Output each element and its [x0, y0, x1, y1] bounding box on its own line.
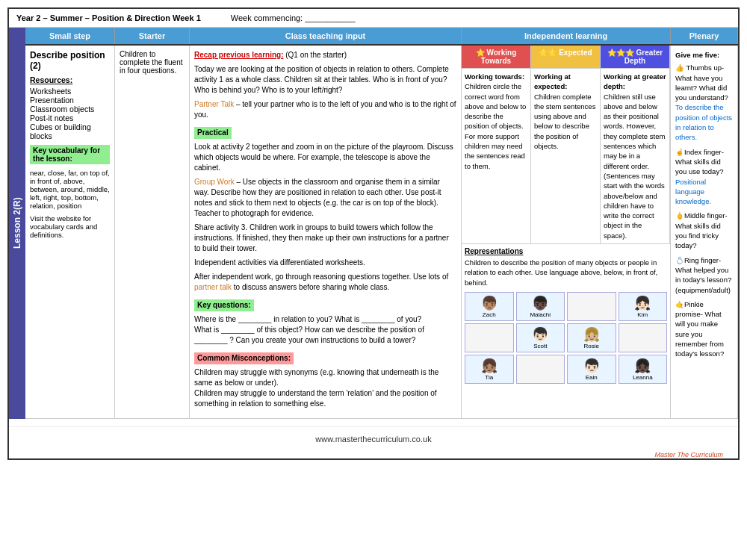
exp-text: Working at expected: — [534, 72, 571, 90]
group-work-para: Group Work – Use objects in the classroo… — [194, 177, 456, 219]
independent-cell: ⭐ Working Towards ⭐⭐ Expected ⭐⭐⭐ Greate… — [462, 46, 671, 418]
misc1: Children may struggle with synonyms (e.g… — [194, 368, 438, 387]
page-wrapper: Year 2 – Summer – Position & Direction W… — [0, 7, 747, 560]
avatar-empty3 — [619, 323, 668, 352]
plenary-cell: Give me five: 👍 Thumbs up- What have you… — [671, 46, 738, 418]
body-row: Describe position (2) Resources: Workshe… — [25, 46, 738, 419]
group-work-label: Group Work — [194, 178, 235, 186]
avatar-emoji-scott: 👦🏻 — [532, 326, 548, 343]
practical-label: Practical — [194, 127, 232, 139]
gd-body-text: Children still use above and below as th… — [604, 93, 665, 240]
representations-section: Representations Children to describe the… — [462, 244, 670, 387]
website-text: Visit the website for vocabulary cards a… — [30, 214, 110, 239]
practical-para: Practical Look at activity 2 together an… — [194, 124, 456, 173]
wt-label: Working Towards — [481, 49, 517, 65]
exp-header: ⭐⭐ Expected — [531, 46, 601, 69]
misconceptions-section: Common Misconceptions: Children may stru… — [194, 349, 456, 409]
column-headers: Small step Starter Class teaching input … — [25, 28, 738, 46]
footer-url: www.masterthecurriculum.co.uk — [315, 435, 431, 444]
col-header-teaching: Class teaching input — [190, 28, 462, 44]
independent-para: Independent activities via differentiate… — [194, 258, 456, 268]
plenary-highlight-text: To describe the position of objects in r… — [675, 103, 732, 141]
wt-stars: ⭐ — [476, 49, 485, 57]
recap-para: Recap previous learning: (Q1 on the star… — [194, 50, 456, 60]
avatar-scott: 👦🏻 Scott — [516, 323, 565, 352]
representations-text: Children to describe the position of man… — [465, 258, 667, 287]
avatar-name-eain: Eain — [586, 374, 598, 381]
key-q2: What is ________ of this object? How can… — [194, 326, 424, 344]
starter-text: Children to complete the fluent in four … — [120, 50, 185, 75]
avatar-eain: 👦🏻 Eain — [567, 355, 616, 384]
indep-bodies: Working towards: Children circle the cor… — [462, 69, 670, 244]
wt-body: Working towards: Children circle the cor… — [462, 69, 531, 243]
after-text: After independent work, go through reaso… — [194, 273, 448, 281]
representations-title: Representations — [465, 247, 667, 255]
avatar-leanna: 👧🏿 Leanna — [619, 355, 668, 384]
small-step-title: Describe position (2) — [30, 50, 110, 71]
avatar-emoji-tia: 👧🏽 — [481, 358, 498, 374]
avatar-tia: 👧🏽 Tia — [465, 355, 514, 384]
plenary-ring: 💍Ring finger- What helped you in today's… — [675, 255, 733, 295]
col-header-plenary: Plenary — [671, 28, 738, 44]
gd-text: Working at greater depth: — [604, 72, 666, 90]
teaching-cell: Recap previous learning: (Q1 on the star… — [190, 46, 462, 418]
exp-body-text: Children complete the stem sentences usi… — [534, 93, 595, 150]
resource-item: Post-it notes — [30, 113, 110, 122]
share-para: Share activity 3. Children work in group… — [194, 223, 456, 254]
avatar-emoji-malachi: 👦🏿 — [532, 295, 548, 311]
misc2: Children may struggle to understand the … — [194, 389, 437, 408]
footer: www.masterthecurriculum.co.uk — [9, 426, 738, 451]
resource-item: Classroom objects — [30, 105, 110, 113]
after-text2: to discuss answers before sharing whole … — [232, 283, 389, 291]
avatar-name-malachi: Malachi — [530, 311, 551, 318]
exp-stars: ⭐⭐ — [539, 49, 557, 57]
wt-body-text: Children circle the correct word from ab… — [465, 82, 526, 169]
partner-talk-text: – tell your partner who is to the left o… — [194, 100, 456, 119]
outer-border: Year 2 – Summer – Position & Direction W… — [7, 7, 740, 460]
col-header-small-step: Small step — [25, 28, 115, 44]
vocab-words: near, close, far, on top of, in front of… — [30, 169, 110, 210]
partner-talk-label: Partner Talk — [194, 100, 234, 108]
plenary-middle: 🖕Middle finger- What skills did you find… — [675, 211, 733, 250]
avatar-name-zach: Zach — [483, 311, 496, 318]
avatar-empty4 — [516, 355, 565, 384]
avatar-name-scott: Scott — [533, 343, 547, 349]
vocab-box: Key vocabulary for the lesson: — [30, 145, 110, 164]
resources-title: Resources: — [30, 75, 110, 84]
exp-body: Working at expected: Children complete t… — [531, 69, 601, 243]
small-step-cell: Describe position (2) Resources: Workshe… — [25, 46, 115, 418]
page-header: Year 2 – Summer – Position & Direction W… — [9, 9, 738, 28]
line1-para: Today we are looking at the position of … — [194, 64, 456, 96]
avatar-empty2 — [465, 323, 514, 352]
avatar-zach: 👦🏽 Zach — [465, 292, 514, 321]
resource-item: Presentation — [30, 96, 110, 105]
col-header-independent: Independent learning — [462, 28, 671, 44]
avatar-emoji-leanna: 👧🏿 — [634, 358, 651, 374]
avatar-emoji-kim: 👧🏻 — [634, 295, 651, 311]
resource-item: Worksheets — [30, 87, 110, 96]
plenary-title: Give me five: — [675, 50, 733, 60]
resources-list: Worksheets Presentation Classroom object… — [30, 87, 110, 140]
plenary-thumb-text: 👍 Thumbs up- What have you learnt? What … — [675, 63, 728, 102]
avatar-emoji-eain: 👦🏻 — [583, 358, 600, 374]
recap-suffix: (Q1 on the starter) — [283, 51, 346, 59]
partner-talk-ref: partner talk — [194, 283, 232, 291]
header-week: Week commencing: ___________ — [231, 13, 356, 22]
misconceptions-label: Common Misconceptions: — [194, 352, 294, 364]
after-para: After independent work, go through reaso… — [194, 272, 456, 293]
plenary-index-text: ☝️Index finger- What skills did you use … — [675, 148, 724, 176]
plenary-thumb: 👍 Thumbs up- What have you learnt? What … — [675, 63, 733, 142]
avatar-kim: 👧🏻 Kim — [619, 292, 668, 321]
partner-talk-para: Partner Talk – tell your partner who is … — [194, 99, 456, 120]
indep-headers: ⭐ Working Towards ⭐⭐ Expected ⭐⭐⭐ Greate… — [462, 46, 670, 69]
avatar-name-kim: Kim — [637, 311, 648, 318]
starter-cell: Children to complete the fluent in four … — [115, 46, 190, 418]
avatar-empty1 — [567, 292, 616, 321]
gd-header: ⭐⭐⭐ Greater Depth — [601, 46, 670, 69]
key-questions-label: Key questions: — [194, 299, 254, 311]
plenary-index: ☝️Index finger- What skills did you use … — [675, 147, 733, 207]
footer-logo: Master The Curriculum — [9, 451, 738, 458]
content-area: Small step Starter Class teaching input … — [25, 28, 738, 419]
wt-header: ⭐ Working Towards — [462, 46, 531, 69]
key-q1: Where is the ________ in relation to you… — [194, 315, 421, 323]
